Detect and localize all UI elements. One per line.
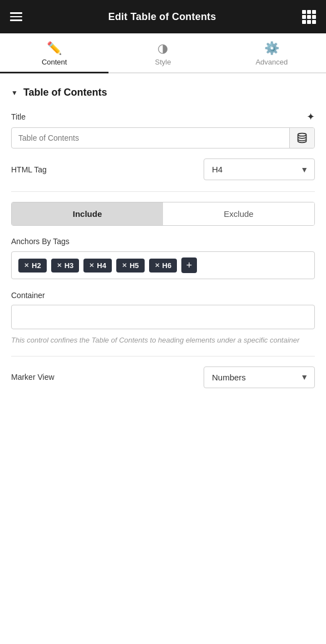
container-text-input[interactable] — [12, 305, 314, 329]
tag-h4[interactable]: ✕ H4 — [83, 259, 112, 273]
section-title: Table of Contents — [23, 87, 107, 98]
tag-h5-remove-icon: ✕ — [122, 262, 127, 269]
anchors-label: Anchors By Tags — [11, 237, 315, 246]
tab-style-label: Style — [155, 58, 171, 66]
exclude-button[interactable]: Exclude — [163, 202, 314, 225]
tag-h2[interactable]: ✕ H2 — [18, 259, 47, 273]
title-input[interactable] — [12, 128, 289, 148]
container-input[interactable] — [11, 305, 315, 329]
divider-2 — [11, 356, 315, 356]
tag-h3-remove-icon: ✕ — [57, 262, 62, 269]
section-header: ▼ Table of Contents — [11, 87, 315, 98]
header-title: Edit Table of Contents — [108, 11, 216, 23]
tag-h3-label: H3 — [65, 261, 74, 270]
include-exclude-toggle: Include Exclude — [11, 202, 315, 226]
title-input-wrapper — [11, 127, 315, 148]
sparkle-icon[interactable]: ✦ — [307, 111, 315, 123]
title-field-row: Title ✦ — [11, 111, 315, 148]
tag-h4-remove-icon: ✕ — [89, 262, 94, 269]
tag-h5-label: H5 — [130, 261, 139, 270]
html-tag-label: HTML Tag — [11, 165, 47, 174]
anchors-field-row: Anchors By Tags ✕ H2 ✕ H3 ✕ H4 ✕ H5 ✕ H6 — [11, 237, 315, 279]
tag-h6[interactable]: ✕ H6 — [149, 259, 177, 273]
title-label: Title — [11, 112, 26, 121]
menu-icon[interactable] — [10, 12, 22, 21]
tag-h2-label: H2 — [32, 261, 41, 270]
container-field-row: Container This control confines the Tabl… — [11, 290, 315, 346]
container-helper-text: This control confines the Table of Conte… — [11, 335, 315, 346]
gear-icon: ⚙️ — [264, 41, 279, 56]
tag-h6-remove-icon: ✕ — [155, 262, 160, 269]
tab-advanced-label: Advanced — [255, 58, 288, 66]
divider-1 — [11, 191, 315, 192]
tab-content-label: Content — [42, 58, 67, 66]
tab-style[interactable]: ◑ Style — [108, 33, 217, 73]
tabs-bar: ✏️ Content ◑ Style ⚙️ Advanced — [0, 33, 326, 73]
header: Edit Table of Contents — [0, 0, 326, 33]
html-tag-select-wrapper: H1 H2 H3 H4 H5 H6 ▼ — [204, 158, 315, 180]
tab-content[interactable]: ✏️ Content — [0, 33, 108, 73]
tags-container: ✕ H2 ✕ H3 ✕ H4 ✕ H5 ✕ H6 + — [11, 251, 315, 279]
tag-h4-label: H4 — [97, 261, 106, 270]
html-tag-select[interactable]: H1 H2 H3 H4 H5 H6 — [204, 158, 315, 180]
tag-h2-remove-icon: ✕ — [24, 262, 29, 269]
add-tag-button[interactable]: + — [181, 257, 197, 273]
svg-point-0 — [298, 133, 307, 136]
marker-view-row: Marker View Numbers Bullets None ▼ — [11, 366, 315, 388]
circle-half-icon: ◑ — [157, 41, 168, 56]
grid-icon[interactable] — [302, 10, 316, 24]
collapse-arrow-icon[interactable]: ▼ — [11, 89, 18, 97]
marker-view-label: Marker View — [11, 373, 55, 382]
marker-view-select-wrapper: Numbers Bullets None ▼ — [204, 366, 315, 388]
title-label-row: Title ✦ — [11, 111, 315, 123]
tab-advanced[interactable]: ⚙️ Advanced — [218, 33, 326, 73]
html-tag-row: HTML Tag H1 H2 H3 H4 H5 H6 ▼ — [11, 158, 315, 180]
pencil-icon: ✏️ — [47, 41, 62, 56]
tag-h6-label: H6 — [162, 261, 172, 270]
tag-h3[interactable]: ✕ H3 — [51, 259, 80, 273]
main-panel: ▼ Table of Contents Title ✦ HTML Tag — [0, 73, 326, 644]
marker-view-select[interactable]: Numbers Bullets None — [204, 366, 315, 388]
tag-h5[interactable]: ✕ H5 — [116, 259, 145, 273]
container-label: Container — [11, 291, 45, 300]
title-database-icon[interactable] — [289, 128, 314, 148]
include-button[interactable]: Include — [12, 202, 163, 225]
